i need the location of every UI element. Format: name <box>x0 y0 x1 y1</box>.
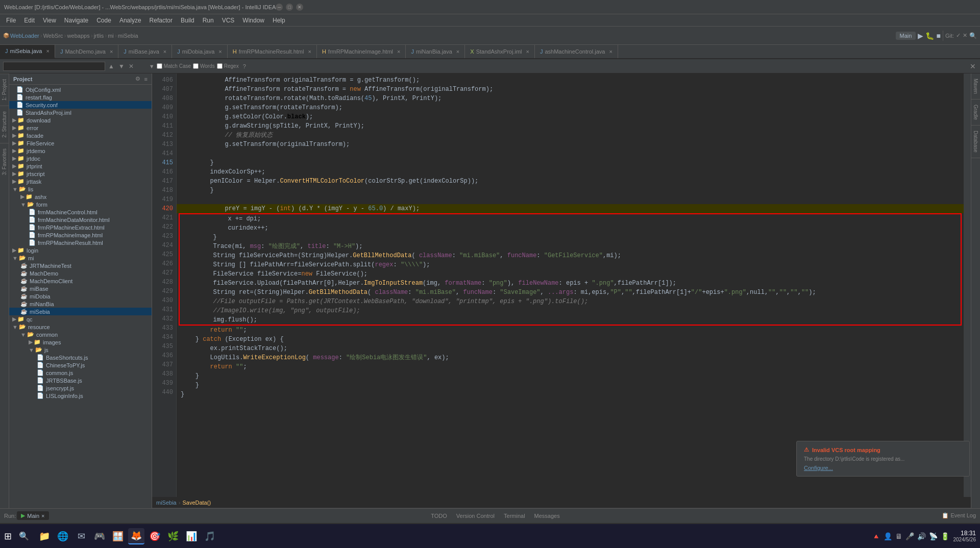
tree-item-jrtdemo[interactable]: ▶ 📁 jrtdemo <box>9 147 152 155</box>
tree-item-fileservice[interactable]: ▶ 📁 FileService <box>9 139 152 147</box>
tree-item-mi[interactable]: ▼ 📂 mi <box>9 254 152 262</box>
regex-checkbox[interactable] <box>217 63 223 69</box>
event-log[interactable]: 📋 Event Log <box>942 512 976 519</box>
misebia-link[interactable]: miSebia <box>118 33 138 39</box>
tree-item-login[interactable]: ▶ 📁 login <box>9 246 152 254</box>
tree-item-frm-rp-result[interactable]: 📄 frmRPMachineResult.html <box>9 239 152 246</box>
taskbar-icon-git[interactable]: 🌿 <box>165 528 181 544</box>
code-lines[interactable]: AffineTransform originalTransform = g.ge… <box>177 73 964 497</box>
bottom-tab-version-control[interactable]: Version Control <box>452 512 499 520</box>
tree-item-form[interactable]: ▼ 📂 form <box>9 201 152 208</box>
search-everywhere[interactable]: 🔍 <box>969 32 977 39</box>
tree-item-images[interactable]: ▶ 📁 images <box>9 338 152 346</box>
menu-navigate[interactable]: Navigate <box>60 16 92 25</box>
tab-close-0[interactable]: × <box>46 48 49 54</box>
menu-refactor[interactable]: Refactor <box>145 16 177 25</box>
search-next-button[interactable]: ▼ <box>117 62 126 71</box>
menu-analyze[interactable]: Analyze <box>115 16 145 25</box>
tree-item-common-js[interactable]: 📄 common.js <box>9 369 152 377</box>
taskbar-icon-target[interactable]: 🎯 <box>146 528 163 544</box>
run-button[interactable]: ▶ <box>918 32 923 40</box>
taskbar-icon-music[interactable]: 🎵 <box>202 528 218 544</box>
tree-item-jrtbsbase[interactable]: 📄 JRTBSBase.js <box>9 377 152 384</box>
tree-item-base-shortcuts[interactable]: 📄 BaseShortcuts.js <box>9 354 152 361</box>
tab-close-5[interactable]: × <box>397 48 400 55</box>
mi-link[interactable]: mi <box>108 33 114 39</box>
menu-build[interactable]: Build <box>177 16 199 25</box>
debug-button[interactable]: 🐛 <box>925 32 934 40</box>
words-option[interactable]: Words <box>193 63 215 69</box>
search-close-button[interactable]: ✕ <box>128 62 135 71</box>
tree-item-qc[interactable]: ▶ 📁 qc <box>9 315 152 323</box>
taskbar-icon-mail[interactable]: ✉ <box>73 528 89 544</box>
tree-item-download[interactable]: ▶ 📁 download <box>9 116 152 124</box>
tree-item-chinese-topy[interactable]: 📄 ChineseToPY.js <box>9 361 152 369</box>
tab-midobia[interactable]: J miDobia.java × <box>172 45 228 58</box>
tree-item-frm-machine-ctrl[interactable]: 📄 frmMachineControl.html <box>9 208 152 216</box>
tree-item-machdemo[interactable]: ☕ MachDemo <box>9 269 152 277</box>
tree-item-error[interactable]: ▶ 📁 error <box>9 124 152 132</box>
menu-code[interactable]: Code <box>92 16 115 25</box>
taskbar-icon-excel[interactable]: 📊 <box>183 528 200 544</box>
tab-minanbia[interactable]: J miNanBia.java × <box>406 45 465 58</box>
start-button[interactable]: ⊞ <box>4 531 12 542</box>
tab-close-4[interactable]: × <box>308 48 311 55</box>
tree-item-jrttask[interactable]: ▶ 📁 jrttask <box>9 178 152 185</box>
left-tab-structure[interactable]: 2: Structure <box>0 106 9 143</box>
right-tab-maven[interactable]: Maven <box>971 73 980 99</box>
minimize-button[interactable]: ─ <box>276 4 283 11</box>
tab-close-2[interactable]: × <box>163 48 166 55</box>
stop-button[interactable]: ■ <box>936 32 940 40</box>
tab-machdemo[interactable]: J MachDemo.java × <box>55 45 118 58</box>
tree-item-minanbia[interactable]: ☕ miNanBia <box>9 300 152 308</box>
tree-item-objconfig[interactable]: 📄 ObjConfig.xml <box>9 86 152 93</box>
tree-item-jrtprint[interactable]: ▶ 📁 jrtprint <box>9 162 152 170</box>
search-close-btn[interactable]: ✕ <box>969 61 977 71</box>
run-tab-close[interactable]: × <box>41 513 44 519</box>
jrtlis-link[interactable]: jrtlis <box>94 33 104 39</box>
tab-standashx[interactable]: X StandAshxProj.iml × <box>465 45 535 58</box>
taskbar-search[interactable]: 🔍 <box>16 528 32 544</box>
tab-frm-image[interactable]: H frmRPMachineImage.html × <box>317 45 406 58</box>
tree-item-common[interactable]: ▼ 📂 common <box>9 331 152 338</box>
tree-item-lis[interactable]: ▼ 📂 lis <box>9 185 152 193</box>
tree-item-frm-machine-data[interactable]: 📄 frmMachineDataMonitor.html <box>9 216 152 223</box>
git-check[interactable]: ✓ <box>956 32 961 39</box>
tab-close-1[interactable]: × <box>110 48 113 55</box>
tree-item-lislogininfo[interactable]: 📄 LISLoginInfo.js <box>9 392 152 400</box>
tree-item-jrt-machine-test[interactable]: ☕ JRTMachineTest <box>9 262 152 269</box>
tree-item-resource[interactable]: ▼ 📂 resource <box>9 323 152 331</box>
tree-collapse[interactable]: ≡ <box>144 76 148 82</box>
webloader-link[interactable]: WebLoader <box>10 33 39 39</box>
tree-item-jsencrypt[interactable]: 📄 jsencrypt.js <box>9 384 152 392</box>
tab-close-8[interactable]: × <box>609 48 612 55</box>
menu-file[interactable]: File <box>2 16 20 25</box>
regex-help[interactable]: ? <box>243 63 246 69</box>
taskbar-icon-folder[interactable]: 📁 <box>36 528 53 544</box>
regex-option[interactable]: Regex <box>217 63 239 69</box>
search-prev-button[interactable]: ▲ <box>107 62 115 71</box>
tree-settings[interactable]: ⚙ <box>135 76 140 82</box>
websrc-link[interactable]: WebSrc <box>43 33 63 39</box>
left-tab-project[interactable]: 1: Project <box>0 73 9 106</box>
clock[interactable]: 18:31 2024/5/26 <box>953 530 976 542</box>
webapps-link[interactable]: webapps <box>67 33 90 39</box>
tree-item-mibase[interactable]: ☕ miBase <box>9 285 152 292</box>
taskbar-icon-windows[interactable]: 🪟 <box>110 528 126 544</box>
tab-mibase[interactable]: J miBase.java × <box>118 45 172 58</box>
menu-window[interactable]: Window <box>238 16 268 25</box>
taskbar-icon-firefox[interactable]: 🦊 <box>128 528 144 544</box>
close-button[interactable]: ✕ <box>296 4 303 11</box>
tree-item-midobia[interactable]: ☕ miDobia <box>9 292 152 300</box>
tree-item-frm-rp-extract[interactable]: 📄 frmRPMachineExtract.html <box>9 223 152 231</box>
tree-item-security[interactable]: 📄 Security.conf <box>9 101 152 109</box>
menu-help[interactable]: Help <box>268 16 289 25</box>
tree-item-facade[interactable]: ▶ 📁 facade <box>9 132 152 139</box>
tab-frm-result[interactable]: H frmRPMachineResult.html × <box>228 45 317 58</box>
main-dropdown[interactable]: Main <box>896 32 916 40</box>
tree-item-misebia[interactable]: ☕ miSebia <box>9 308 152 315</box>
taskbar-icon-browser[interactable]: 🌐 <box>55 528 71 544</box>
right-tab-database[interactable]: Database <box>971 126 980 158</box>
tab-misebia[interactable]: J miSebia.java × <box>0 45 55 58</box>
tree-item-frm-rp-image[interactable]: 📄 frmRPMachineImage.html <box>9 231 152 239</box>
